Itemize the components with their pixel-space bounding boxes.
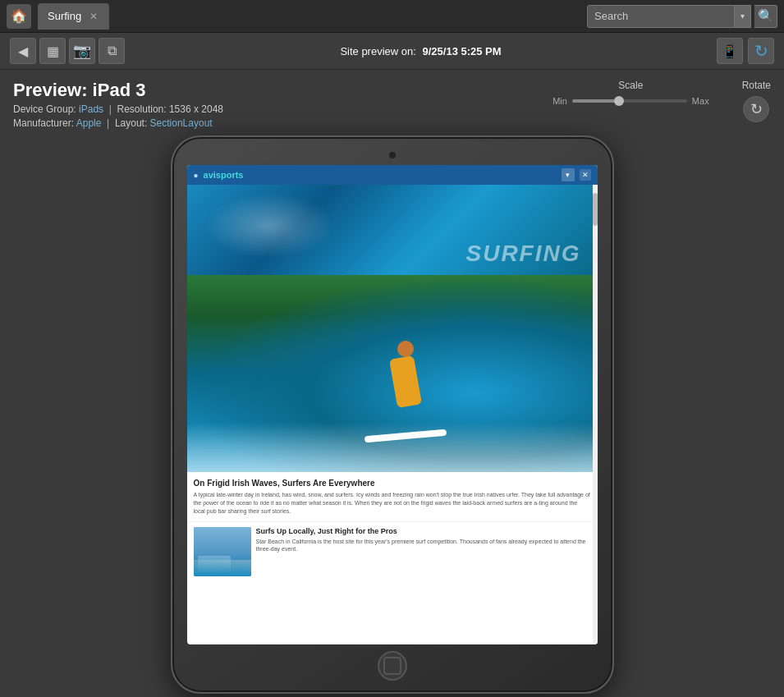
ipad-home-inner — [383, 657, 401, 675]
search-icon: 🔍 — [758, 8, 774, 24]
site-browser-dropdown[interactable]: ▾ — [562, 168, 575, 181]
tab-label: Surfing — [48, 10, 81, 22]
sidebar-article-content: Surfs Up Locally, Just Right for the Pro… — [256, 527, 591, 576]
scale-min-label: Min — [552, 96, 567, 106]
surfer-body — [389, 355, 422, 408]
rotate-button[interactable]: ↻ — [743, 96, 769, 122]
site-close-button[interactable]: ✕ — [580, 169, 591, 181]
scale-slider[interactable] — [572, 99, 687, 103]
device-info-left: Preview: iPad 3 Device Group: iPads | Re… — [13, 80, 223, 129]
site-main-image — [187, 275, 598, 472]
search-input-wrap: ▾ — [587, 5, 751, 28]
preview-info: Site preview on: 9/25/13 5:25 PM — [128, 45, 713, 57]
device-icon: 📷 — [73, 42, 91, 60]
scrollbar-thumb[interactable] — [593, 193, 598, 226]
scale-rotate-panel: Scale Min Max Rotate ↻ — [552, 80, 771, 122]
grid-icon: ▦ — [47, 44, 59, 59]
refresh-icon: ↻ — [754, 41, 768, 61]
ipad-camera — [389, 152, 396, 158]
search-dropdown-button[interactable]: ▾ — [735, 5, 751, 28]
search-wrapper: ▾ 🔍 — [587, 5, 777, 28]
mobile-view-button[interactable]: 📱 — [717, 38, 743, 64]
ipad-home-button[interactable] — [378, 651, 407, 681]
browser-chrome: 🏠 Surfing ✕ ▾ 🔍 — [0, 0, 784, 33]
mobile-icon: 📱 — [722, 44, 738, 59]
toolbar: ◀ ▦ 📷 ⧉ Site preview on: 9/25/13 5:25 PM… — [0, 33, 784, 70]
device-manufacturer-line: Manufacturer: Apple | Layout: SectionLay… — [13, 117, 223, 129]
layout-label: Layout: — [115, 117, 147, 129]
resolution-value: 1536 x 2048 — [169, 103, 223, 115]
back-button[interactable]: ◀ — [10, 38, 36, 64]
site-globe-icon: ● — [194, 171, 199, 180]
article-text: A typical late-winter day in Ireland, ha… — [194, 491, 591, 515]
site-logo: avisports — [204, 170, 244, 180]
scale-max-label: Max — [692, 96, 709, 106]
back-icon: ◀ — [18, 44, 28, 59]
toolbar-right: 📱 ↻ — [717, 38, 774, 64]
device-group-value[interactable]: iPads — [79, 103, 103, 115]
columns-button[interactable]: ⧉ — [99, 38, 125, 64]
scale-label: Scale — [618, 80, 643, 91]
refresh-button[interactable]: ↻ — [748, 38, 774, 64]
ipad-wrapper: ● avisports ▾ ✕ SURFING — [13, 135, 771, 694]
surfer-head — [397, 341, 414, 357]
search-go-button[interactable]: 🔍 — [754, 5, 777, 28]
preview-date: 9/25/13 5:25 PM — [423, 45, 502, 57]
sidebar-thumbnail — [194, 527, 251, 576]
scale-section: Scale Min Max — [552, 80, 709, 106]
device-button[interactable]: 📷 — [69, 38, 95, 64]
rotate-icon: ↻ — [750, 100, 763, 118]
resolution-label: Resolution: — [117, 103, 167, 115]
manufacturer-label: Manufacturer: — [13, 117, 74, 129]
rotate-section: Rotate ↻ — [742, 80, 771, 122]
wave-spray — [187, 423, 598, 472]
ipad-screen[interactable]: ● avisports ▾ ✕ SURFING — [187, 165, 598, 644]
hero-text: SURFING — [466, 241, 581, 267]
columns-icon: ⧉ — [108, 44, 117, 58]
device-title: Preview: iPad 3 — [13, 80, 223, 101]
home-button[interactable]: 🏠 — [7, 4, 31, 29]
manufacturer-value[interactable]: Apple — [76, 117, 102, 129]
preview-label: Site preview on: — [340, 45, 416, 57]
grid-button[interactable]: ▦ — [39, 38, 66, 64]
device-header: Preview: iPad 3 Device Group: iPads | Re… — [13, 80, 771, 129]
search-input[interactable] — [587, 5, 735, 28]
device-group-label: Device Group: — [13, 103, 76, 115]
scale-slider-wrap: Min Max — [552, 96, 709, 106]
main-content: Preview: iPad 3 Device Group: iPads | Re… — [0, 70, 784, 697]
tab-close-button[interactable]: ✕ — [88, 11, 99, 22]
sidebar-article-title: Surfs Up Locally, Just Right for the Pro… — [256, 527, 591, 535]
rotate-label: Rotate — [742, 80, 771, 91]
active-tab[interactable]: Surfing ✕ — [38, 3, 109, 30]
device-group-line: Device Group: iPads | Resolution: 1536 x… — [13, 103, 223, 115]
site-scrollbar[interactable] — [593, 185, 598, 644]
site-browser-bar: ● avisports ▾ ✕ — [187, 165, 598, 185]
site-sidebar: Surfs Up Locally, Just Right for the Pro… — [187, 521, 598, 581]
home-icon: 🏠 — [11, 8, 27, 24]
site-hero-image: SURFING — [187, 185, 598, 275]
ipad-frame: ● avisports ▾ ✕ SURFING — [171, 135, 614, 694]
layout-value[interactable]: SectionLayout — [150, 117, 213, 129]
article-title: On Frigid Irish Waves, Surfers Are Every… — [194, 479, 591, 488]
site-article: On Frigid Irish Waves, Surfers Are Every… — [187, 472, 598, 521]
tab-bar: Surfing ✕ — [38, 3, 580, 30]
sidebar-article-text: Star Beach in California is the host sit… — [256, 538, 591, 553]
